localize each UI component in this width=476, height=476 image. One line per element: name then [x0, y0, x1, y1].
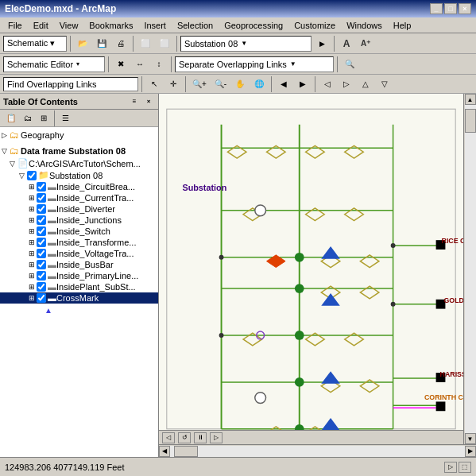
find-zoom-out[interactable]: 🔍- [211, 75, 230, 93]
toc-primaryline[interactable]: ⊞ ▬ Inside_PrimaryLine... [0, 270, 158, 281]
right-scrollbar[interactable]: ▲ ▼ [463, 94, 476, 444]
expand-df[interactable]: ▽ [2, 147, 10, 155]
cm-checkbox[interactable] [37, 293, 46, 303]
toc-insideplant[interactable]: ⊞ ▬ InsidePlant_SubSt... [0, 281, 158, 292]
canvas-btn1[interactable]: ◁ [162, 432, 175, 443]
status-btn1[interactable]: ▷ [444, 462, 457, 473]
schematic-canvas-area[interactable]: RICE CREECK GOLDMINE HARISSON CORINTH CH… [159, 94, 463, 444]
toc-junctions[interactable]: ⊞ ▬ Inside_Junctions [0, 215, 158, 226]
maximize-button[interactable]: □ [444, 3, 457, 14]
edit-tool-3[interactable]: ↕ [150, 56, 168, 73]
close-button[interactable]: × [459, 3, 471, 14]
ct-checkbox[interactable] [37, 193, 46, 203]
find-pointer[interactable]: ↖ [145, 75, 163, 93]
substation-dropdown[interactable]: Substation 08 ▼ [180, 36, 312, 52]
expand-ct[interactable]: ⊞ [29, 194, 37, 202]
menu-customize[interactable]: Customize [289, 19, 340, 32]
scroll-up[interactable]: ▲ [465, 94, 476, 105]
toc-switch[interactable]: ⊞ ▬ Inside_Switch [0, 226, 158, 237]
tr-checkbox[interactable] [37, 238, 46, 247]
bottom-scrollbar[interactable]: ◀ ▶ [159, 444, 476, 457]
div-checkbox[interactable] [37, 204, 46, 214]
menu-selection[interactable]: Selection [172, 19, 218, 32]
expand-sw[interactable]: ⊞ [29, 227, 37, 235]
open-button[interactable]: 📂 [74, 35, 91, 52]
expand-tr[interactable]: ⊞ [29, 238, 37, 246]
find-cross[interactable]: ✛ [164, 75, 182, 93]
expand-vt[interactable]: ⊞ [29, 250, 37, 257]
expand-ip[interactable]: ⊞ [29, 283, 37, 291]
scroll-right[interactable]: ▶ [465, 446, 476, 457]
vt-checkbox[interactable] [37, 249, 46, 258]
toc-filepath[interactable]: ▽ 📄 C:\ArcGIS\ArcTutor\Schem... [0, 157, 158, 169]
menu-geoprocessing[interactable]: Geoprocessing [219, 19, 288, 32]
scroll-thumb-v[interactable] [465, 109, 476, 133]
titlebar-controls[interactable]: _ □ × [430, 3, 471, 14]
toc-list-view[interactable]: ≡ [128, 95, 141, 108]
toc-btn1[interactable]: 📋 [3, 111, 19, 126]
find-hand[interactable]: ✋ [231, 75, 249, 93]
edit-tool-2[interactable]: ↔ [131, 56, 149, 73]
toc-btn3[interactable]: ⊞ [37, 111, 51, 126]
expand-geo[interactable]: ▷ [2, 131, 10, 139]
toc-transformer[interactable]: ⊞ ▬ Inside_Transforme... [0, 237, 158, 248]
scroll-thumb-h[interactable] [174, 446, 198, 457]
menu-bookmarks[interactable]: Bookmarks [84, 19, 137, 32]
menu-windows[interactable]: Windows [342, 19, 387, 32]
scroll-track-h[interactable] [170, 446, 465, 457]
toc-diverter[interactable]: ⊞ ▬ Inside_Diverter [0, 203, 158, 215]
toc-circuitbreaker[interactable]: ⊞ ▬ Inside_CircuitBrea... [0, 181, 158, 192]
cb-checkbox[interactable] [37, 182, 46, 192]
canvas-btn4[interactable]: ▷ [210, 432, 223, 443]
print-button[interactable]: 🖨 [112, 35, 130, 52]
tool-btn-2[interactable]: ⬜ [156, 35, 173, 52]
pan-right[interactable]: ▷ [338, 75, 355, 93]
menu-file[interactable]: File [3, 19, 27, 32]
pan-left[interactable]: ◁ [319, 75, 336, 93]
expand-cm[interactable]: ⊞ [29, 294, 37, 302]
scroll-track-v[interactable] [465, 105, 476, 433]
substation-checkbox[interactable] [27, 171, 37, 180]
tool-btn-1[interactable]: ⬜ [137, 35, 154, 52]
text-btn[interactable]: A [338, 35, 355, 52]
pl-checkbox[interactable] [37, 271, 46, 281]
edit-tool-1[interactable]: ✖ [112, 56, 130, 73]
toc-voltagetrans[interactable]: ⊞ ▬ Inside_VoltageTra... [0, 248, 158, 259]
find-zoom-in[interactable]: 🔍+ [189, 75, 210, 93]
expand-bb[interactable]: ⊞ [29, 261, 37, 269]
scroll-left[interactable]: ◀ [159, 446, 170, 457]
canvas-btn3[interactable]: ⏸ [194, 432, 207, 443]
canvas-btn2[interactable]: ↺ [178, 432, 191, 443]
menu-insert[interactable]: Insert [139, 19, 171, 32]
schematic-dropdown[interactable]: Schematic ▾ [3, 36, 67, 52]
sw-checkbox[interactable] [37, 226, 46, 236]
toc-geography[interactable]: ▷ 🗂 Geography [0, 129, 158, 141]
text-btn-2[interactable]: A⁺ [357, 35, 374, 52]
toc-btn2[interactable]: 🗂 [21, 111, 35, 126]
pan-down[interactable]: ▽ [376, 75, 393, 93]
toc-dataframe[interactable]: ▽ 🗂 Data frame Substation 08 [0, 145, 158, 157]
expand-cb[interactable]: ⊞ [29, 183, 37, 191]
toc-currenttrans[interactable]: ⊞ ▬ Inside_CurrentTra... [0, 192, 158, 203]
nav-fwd[interactable]: ▶ [294, 75, 312, 93]
expand-sub[interactable]: ▽ [19, 172, 27, 180]
find-input[interactable] [3, 77, 138, 91]
find-globe[interactable]: 🌐 [250, 75, 268, 93]
ip-checkbox[interactable] [37, 282, 46, 292]
expand-div[interactable]: ⊞ [29, 205, 37, 213]
scroll-down[interactable]: ▼ [465, 433, 476, 444]
expand-jnc[interactable]: ⊞ [29, 216, 37, 224]
overlapping-dropdown[interactable]: Separate Overlapping Links ▼ [175, 56, 334, 72]
toc-busbar[interactable]: ⊞ ▬ Inside_BusBar [0, 259, 158, 270]
toc-crossmark[interactable]: ⊞ ▬ CrossMark [0, 292, 158, 304]
toc-btn4[interactable]: ☰ [58, 111, 72, 126]
toc-close[interactable]: × [142, 95, 155, 108]
status-btn2[interactable]: ⬚ [459, 462, 471, 473]
minimize-button[interactable]: _ [430, 3, 443, 14]
expand-fp[interactable]: ▽ [10, 160, 17, 168]
menu-help[interactable]: Help [389, 19, 416, 32]
menu-edit[interactable]: Edit [29, 19, 53, 32]
editor-dropdown[interactable]: Schematic Editor ▾ [3, 56, 105, 72]
substation-go[interactable]: ▶ [313, 35, 331, 52]
bb-checkbox[interactable] [37, 260, 46, 269]
